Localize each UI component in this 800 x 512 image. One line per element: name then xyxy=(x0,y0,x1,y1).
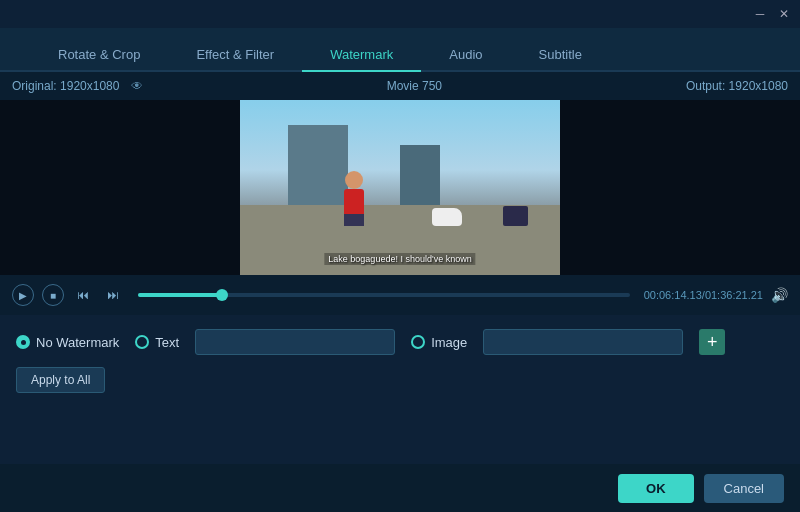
video-container: Lake bogaguede! I should've known xyxy=(0,100,800,275)
close-button[interactable]: ✕ xyxy=(776,6,792,22)
tab-subtitle[interactable]: Subtitle xyxy=(511,39,610,72)
stop-button[interactable]: ■ xyxy=(42,284,64,306)
preview-bar: Original: 1920x1080 👁 Movie 750 Output: … xyxy=(0,72,800,100)
tab-effect-filter[interactable]: Effect & Filter xyxy=(168,39,302,72)
tab-watermark[interactable]: Watermark xyxy=(302,39,421,72)
original-label: Original: 1920x1080 👁 xyxy=(12,79,143,93)
progress-thumb xyxy=(216,289,228,301)
movie-title: Movie 750 xyxy=(143,79,686,93)
progress-track[interactable] xyxy=(138,293,630,297)
next-button[interactable]: ⏭ xyxy=(102,284,124,306)
title-bar: ─ ✕ xyxy=(0,0,800,28)
watermark-row: No Watermark Text Image + xyxy=(16,329,784,355)
tab-bar: Rotate & Crop Effect & Filter Watermark … xyxy=(0,28,800,72)
add-image-button[interactable]: + xyxy=(699,329,725,355)
output-label: Output: 1920x1080 xyxy=(686,79,788,93)
video-subtitle: Lake bogaguede! I should've known xyxy=(324,253,475,265)
volume-icon[interactable]: 🔊 xyxy=(771,287,788,303)
image-watermark-option[interactable]: Image xyxy=(411,335,467,350)
eye-icon[interactable]: 👁 xyxy=(131,79,143,93)
no-watermark-label: No Watermark xyxy=(36,335,119,350)
options-area: No Watermark Text Image + Apply to All xyxy=(0,315,800,407)
video-frame: Lake bogaguede! I should've known xyxy=(240,100,560,275)
text-label: Text xyxy=(155,335,179,350)
no-watermark-radio[interactable] xyxy=(16,335,30,349)
no-watermark-option[interactable]: No Watermark xyxy=(16,335,119,350)
image-watermark-radio[interactable] xyxy=(411,335,425,349)
text-watermark-input[interactable] xyxy=(195,329,395,355)
image-label: Image xyxy=(431,335,467,350)
time-display: 00:06:14.13/01:36:21.21 xyxy=(644,289,763,301)
ok-button[interactable]: OK xyxy=(618,474,694,503)
progress-fill xyxy=(138,293,227,297)
apply-to-all-button[interactable]: Apply to All xyxy=(16,367,105,393)
play-button[interactable]: ▶ xyxy=(12,284,34,306)
minimize-button[interactable]: ─ xyxy=(752,6,768,22)
tab-rotate-crop[interactable]: Rotate & Crop xyxy=(30,39,168,72)
text-watermark-option[interactable]: Text xyxy=(135,335,179,350)
tab-audio[interactable]: Audio xyxy=(421,39,510,72)
bottom-bar: OK Cancel xyxy=(0,464,800,512)
playback-bar: ▶ ■ ⏮ ⏭ 00:06:14.13/01:36:21.21 🔊 xyxy=(0,275,800,315)
cancel-button[interactable]: Cancel xyxy=(704,474,784,503)
prev-button[interactable]: ⏮ xyxy=(72,284,94,306)
text-watermark-radio[interactable] xyxy=(135,335,149,349)
image-watermark-input[interactable] xyxy=(483,329,683,355)
